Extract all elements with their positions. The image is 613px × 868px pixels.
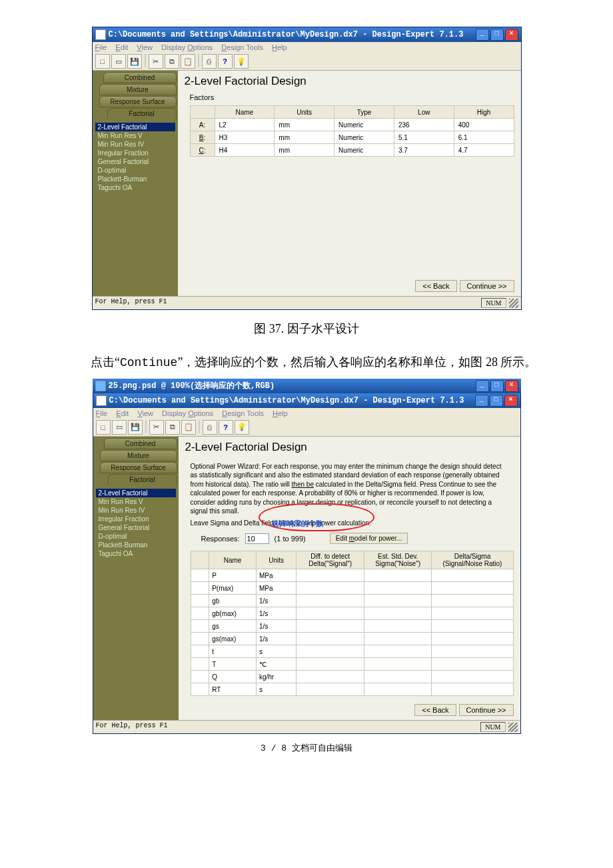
cell-ratio[interactable]	[432, 620, 513, 633]
menu-help[interactable]: Help	[273, 409, 288, 417]
cut-icon[interactable]: ✂	[149, 420, 164, 435]
sidebar-tab-mixture[interactable]: Mixture	[100, 450, 177, 461]
cell-diff[interactable]	[297, 582, 364, 595]
sidebar-item-min-run-res-v[interactable]: Min Run Res V	[96, 497, 176, 506]
sidebar-item-general-factorial[interactable]: General Factorial	[96, 523, 176, 532]
menu-display-options[interactable]: Display Options	[161, 43, 213, 51]
continue-button[interactable]: Continue >>	[459, 704, 514, 716]
cell-name[interactable]: Q	[209, 671, 257, 683]
cell-diff[interactable]	[297, 658, 364, 671]
cell-std[interactable]	[364, 658, 432, 671]
maximize-button[interactable]: □	[490, 29, 504, 41]
save-icon[interactable]: 💾	[128, 420, 143, 435]
cut-icon[interactable]: ✂	[149, 54, 163, 69]
menu-file[interactable]: File	[95, 43, 107, 51]
close-button[interactable]: ×	[504, 395, 518, 407]
back-button[interactable]: << Back	[414, 704, 456, 716]
cell-units[interactable]: s	[256, 683, 297, 696]
cell-units[interactable]: 1/s	[256, 595, 297, 607]
open-icon[interactable]: ▭	[112, 420, 127, 435]
cell-name[interactable]: H4	[215, 144, 275, 157]
sidebar-tab-combined[interactable]: Combined	[103, 72, 177, 83]
cell-high[interactable]: 6.1	[454, 131, 514, 144]
help-icon[interactable]: ?	[219, 420, 233, 435]
cell-name[interactable]: P(max)	[209, 582, 257, 595]
minimize-button[interactable]: _	[475, 395, 488, 407]
sidebar-item-d-optimal[interactable]: D-optimal	[95, 166, 175, 175]
maximize-button[interactable]: □	[490, 380, 504, 392]
close-button[interactable]: ×	[505, 29, 518, 41]
cell-low[interactable]: 5.1	[394, 131, 454, 144]
print-icon[interactable]: ⎙	[202, 54, 217, 69]
cell-diff[interactable]	[297, 607, 364, 620]
close-button[interactable]: ×	[505, 380, 518, 392]
cell-high[interactable]: 400	[454, 119, 514, 131]
sidebar-item-general-factorial[interactable]: General Factorial	[95, 157, 175, 166]
cell-units[interactable]: mm	[275, 131, 334, 144]
cell-units[interactable]: 1/s	[256, 607, 297, 620]
sidebar-item-irregular-fraction[interactable]: Irregular Fraction	[95, 149, 175, 157]
cell-ratio[interactable]	[432, 582, 513, 595]
cell-std[interactable]	[364, 620, 432, 633]
cell-ratio[interactable]	[432, 633, 513, 645]
cell-high[interactable]: 4.7	[454, 144, 514, 157]
cell-std[interactable]	[364, 595, 432, 607]
cell-units[interactable]: s	[256, 645, 297, 658]
back-button[interactable]: << Back	[415, 280, 456, 292]
new-icon[interactable]: □	[95, 54, 110, 69]
sidebar-item-min-run-res-v[interactable]: Min Run Res V	[95, 131, 175, 140]
cell-name[interactable]: H3	[215, 131, 275, 144]
cell-units[interactable]: mm	[275, 119, 334, 131]
menu-edit[interactable]: Edit	[115, 43, 128, 51]
cell-units[interactable]: ℃	[256, 658, 297, 671]
cell-std[interactable]	[364, 607, 432, 620]
cell-ratio[interactable]	[432, 658, 513, 671]
tips-icon[interactable]: 💡	[235, 420, 249, 435]
menu-display-options[interactable]: Display Options	[162, 409, 213, 417]
sidebar-tab-response-surface[interactable]: Response Surface	[99, 96, 177, 107]
cell-name[interactable]: T	[209, 658, 257, 671]
cell-low[interactable]: 236	[394, 119, 454, 131]
cell-units[interactable]: mm	[275, 144, 334, 157]
cell-diff[interactable]	[297, 645, 364, 658]
cell-std[interactable]	[364, 582, 432, 595]
cell-diff[interactable]	[297, 620, 364, 633]
menu-view[interactable]: View	[137, 43, 153, 51]
resize-grip-icon[interactable]	[509, 299, 518, 308]
cell-name[interactable]: P	[209, 569, 257, 582]
cell-ratio[interactable]	[432, 569, 513, 582]
sidebar-item-taguchi-oa[interactable]: Taguchi OA	[96, 549, 176, 558]
cell-name[interactable]: gb	[209, 595, 257, 607]
cell-ratio[interactable]	[432, 671, 513, 683]
edit-model-button[interactable]: Edit model for power...	[330, 533, 408, 544]
minimize-button[interactable]: _	[476, 29, 489, 41]
menu-help[interactable]: Help	[272, 43, 287, 51]
menu-design-tools[interactable]: Design Tools	[221, 43, 263, 51]
sidebar-item-d-optimal[interactable]: D-optimal	[96, 532, 176, 541]
cell-name[interactable]: L2	[215, 119, 275, 131]
menu-edit[interactable]: Edit	[116, 409, 129, 417]
menu-view[interactable]: View	[137, 409, 153, 417]
cell-std[interactable]	[364, 671, 432, 683]
cell-ratio[interactable]	[432, 645, 513, 658]
cell-low[interactable]: 3.7	[394, 144, 454, 157]
cell-std[interactable]	[364, 645, 432, 658]
copy-icon[interactable]: ⧉	[165, 54, 179, 69]
open-icon[interactable]: ▭	[111, 54, 126, 69]
responses-input[interactable]	[245, 533, 269, 544]
resize-grip-icon[interactable]	[508, 723, 518, 732]
menu-design-tools[interactable]: Design Tools	[222, 409, 264, 417]
cell-ratio[interactable]	[432, 683, 513, 696]
cell-diff[interactable]	[297, 671, 364, 683]
cell-ratio[interactable]	[432, 595, 513, 607]
cell-units[interactable]: kg/hr	[256, 671, 297, 683]
sidebar-item-2level-factorial[interactable]: 2-Level Factorial	[96, 489, 176, 497]
sidebar-item-taguchi-oa[interactable]: Taguchi OA	[95, 183, 175, 192]
tips-icon[interactable]: 💡	[234, 54, 249, 69]
continue-button[interactable]: Continue >>	[460, 280, 514, 292]
sidebar-item-plackett-burman[interactable]: Plackett-Burman	[95, 175, 175, 183]
row-label[interactable]: C:	[190, 144, 215, 157]
cell-name[interactable]: gs(max)	[209, 633, 257, 645]
paste-icon[interactable]: 📋	[181, 54, 195, 69]
cell-type[interactable]: Numeric	[334, 144, 394, 157]
